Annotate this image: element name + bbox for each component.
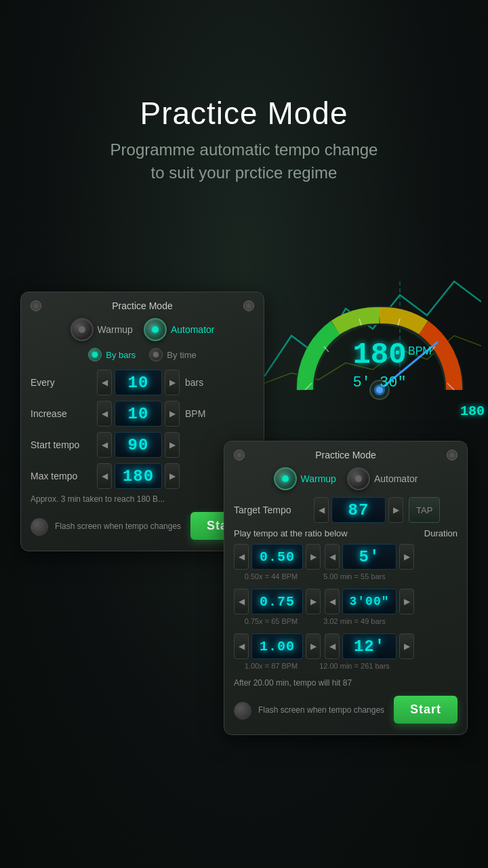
ratio-0-ctrl: ◀ 0.50 ▶ — [234, 544, 321, 570]
flash-knob-left[interactable] — [30, 518, 48, 536]
duration-sub-2: 12.00 min = 261 bars — [314, 662, 395, 670]
page-subtitle: Programme automatic tempo change to suit… — [0, 138, 488, 184]
duration-2-decrement[interactable]: ◀ — [325, 633, 340, 659]
panel-left-bottom: Flash screen when tempo changes Start — [30, 512, 254, 540]
start-tempo-decrement[interactable]: ◀ — [97, 432, 112, 458]
panel-left-radio-row: Warmup Automator — [30, 318, 254, 341]
tap-button[interactable]: TAP — [409, 497, 440, 523]
every-row: Every ◀ 10 ▶ bars — [30, 370, 254, 395]
max-tempo-row: Max tempo ◀ 180 ▶ — [30, 463, 254, 489]
max-tempo-label: Max tempo — [30, 471, 92, 481]
every-value: 10 — [115, 370, 162, 395]
every-ctrl: ◀ 10 ▶ — [97, 370, 180, 395]
start-tempo-ctrl: ◀ 90 ▶ — [97, 432, 180, 458]
by-time-circle — [149, 348, 163, 361]
approx-info: Approx. 3 min taken to reach 180 B... — [30, 494, 254, 505]
ratio-sub-2: 1.00x = 87 BPM — [234, 662, 308, 670]
warmup-radio-right[interactable]: Warmup — [274, 467, 336, 490]
ratio-subs-1: 0.75x = 65 BPM 3.02 min = 49 bars — [234, 617, 458, 629]
duration-sub-1: 3.02 min = 49 bars — [314, 617, 395, 625]
warmup-knob-dot — [79, 326, 85, 333]
warmup-knob[interactable] — [70, 318, 94, 341]
increase-value: 10 — [115, 401, 162, 427]
increase-row: Increase ◀ 10 ▶ BPM — [30, 401, 254, 427]
by-time-dot — [153, 352, 159, 357]
ratio-sub-0: 0.50x = 44 BPM — [234, 572, 308, 580]
warmup-knob-right[interactable] — [274, 467, 297, 490]
ratio-2-decrement[interactable]: ◀ — [234, 633, 249, 659]
ratio-1-decrement[interactable]: ◀ — [234, 589, 249, 614]
ratio-0-increment[interactable]: ▶ — [306, 544, 321, 570]
duration-1-decrement[interactable]: ◀ — [325, 589, 340, 614]
panel-right-title-bar: Practice Mode — [234, 450, 458, 460]
max-tempo-value: 180 — [115, 463, 162, 489]
automator-radio-right[interactable]: Automator — [347, 467, 418, 490]
panel-left-corner-icon-right — [243, 300, 254, 311]
every-decrement[interactable]: ◀ — [97, 370, 112, 395]
by-bars-label: By bars — [106, 350, 136, 360]
ratio-sub-1: 0.75x = 65 BPM — [234, 617, 308, 625]
ratio-subs-2: 1.00x = 87 BPM 12.00 min = 261 bars — [234, 662, 458, 674]
automator-radio[interactable]: Automator — [144, 318, 215, 341]
flash-row-right: Flash screen when tempo changes — [234, 702, 384, 719]
duration-1-value: 3'00" — [342, 589, 396, 614]
ratio-row-2: ◀ 1.00 ▶ ◀ 12' ▶ — [234, 633, 458, 659]
ratio-2-increment[interactable]: ▶ — [306, 633, 321, 659]
svg-text:BPM: BPM — [408, 345, 432, 357]
by-time-label: By time — [167, 350, 196, 360]
start-button-right[interactable]: Start — [394, 696, 458, 724]
panel-right-bottom: Flash screen when tempo changes Start — [234, 696, 458, 724]
max-tempo-decrement[interactable]: ◀ — [97, 463, 112, 489]
duration-0-decrement[interactable]: ◀ — [325, 544, 340, 570]
panel-right-corner-icon-right — [447, 450, 458, 460]
ratio-row-1: ◀ 0.75 ▶ ◀ 3'00" ▶ — [234, 589, 458, 614]
automator-knob[interactable] — [144, 318, 167, 341]
panel-left-title-bar: Practice Mode — [30, 300, 254, 311]
by-bars-seg[interactable]: By bars — [88, 348, 136, 361]
duration-1-increment[interactable]: ▶ — [399, 589, 414, 614]
duration-sub-0: 5.00 min = 55 bars — [314, 572, 395, 580]
header-section: Practice Mode Programme automatic tempo … — [0, 95, 488, 184]
ratio-1-increment[interactable]: ▶ — [306, 589, 321, 614]
duration-0-value: 5' — [342, 544, 396, 570]
start-tempo-label: Start tempo — [30, 439, 92, 450]
badge-180: 180 — [460, 403, 485, 419]
start-tempo-row: Start tempo ◀ 90 ▶ — [30, 432, 254, 458]
ratio-header: Play tempo at the ratio below Duration — [234, 528, 458, 538]
page-title: Practice Mode — [0, 95, 488, 132]
panel-left-seg-row: By bars By time — [30, 348, 254, 361]
ratio-1-ctrl: ◀ 0.75 ▶ — [234, 589, 321, 614]
every-unit: bars — [185, 377, 203, 388]
duration-2-increment[interactable]: ▶ — [399, 633, 414, 659]
increase-unit: BPM — [185, 408, 205, 419]
panel-right-title: Practice Mode — [315, 450, 375, 460]
by-time-seg[interactable]: By time — [149, 348, 196, 361]
flash-knob-right[interactable] — [234, 702, 251, 719]
flash-text-right: Flash screen when tempo changes — [258, 705, 384, 716]
start-tempo-increment[interactable]: ▶ — [165, 432, 180, 458]
ratio-header-label: Play tempo at the ratio below — [234, 528, 348, 538]
target-tempo-increment[interactable]: ▶ — [388, 497, 403, 523]
target-tempo-ctrl: ◀ 87 ▶ — [314, 497, 403, 523]
warmup-radio[interactable]: Warmup — [70, 318, 133, 341]
every-increment[interactable]: ▶ — [165, 370, 180, 395]
increase-decrement[interactable]: ◀ — [97, 401, 112, 427]
every-label: Every — [30, 377, 92, 388]
duration-2-ctrl: ◀ 12' ▶ — [325, 633, 414, 659]
svg-text:180: 180 — [352, 338, 406, 372]
max-tempo-increment[interactable]: ▶ — [165, 463, 180, 489]
automator-knob-dot — [152, 326, 159, 333]
panel-left-title: Practice Mode — [112, 300, 172, 311]
after-text: After 20.00 min, tempo will hit 87 — [234, 678, 458, 689]
automator-knob-right[interactable] — [347, 467, 370, 490]
ratio-0-decrement[interactable]: ◀ — [234, 544, 249, 570]
duration-2-value: 12' — [342, 633, 396, 659]
flash-row-left: Flash screen when tempo changes — [30, 518, 181, 536]
increase-increment[interactable]: ▶ — [165, 401, 180, 427]
panel-right-corner-icon-left — [234, 450, 245, 460]
duration-header-label: Duration — [424, 528, 458, 538]
target-tempo-decrement[interactable]: ◀ — [314, 497, 329, 523]
target-tempo-label: Target Tempo — [234, 505, 308, 515]
duration-0-increment[interactable]: ▶ — [399, 544, 414, 570]
panel-right-radio-row: Warmup Automator — [234, 467, 458, 490]
